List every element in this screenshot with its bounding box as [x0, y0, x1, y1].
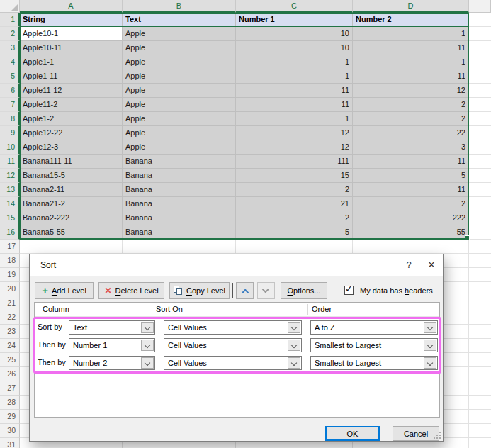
row-header[interactable]: 16 — [0, 225, 20, 240]
dropdown-chevron-icon[interactable] — [141, 340, 154, 351]
move-down-button[interactable] — [257, 282, 275, 299]
cell[interactable]: 11 — [353, 155, 469, 169]
cell[interactable]: Banana — [123, 183, 236, 197]
copy-level-button[interactable]: Copy Level — [169, 282, 230, 299]
cell[interactable]: Apple1-1 — [20, 55, 123, 69]
cell[interactable]: 1 — [236, 55, 353, 69]
resize-grip[interactable] — [439, 437, 441, 439]
cell[interactable]: 2 — [353, 197, 469, 211]
level-sort-on-select[interactable]: Cell Values — [164, 356, 302, 370]
level-sort-on-select[interactable]: Cell Values — [164, 320, 302, 335]
move-up-button[interactable] — [236, 282, 254, 299]
cell[interactable]: Banana — [123, 211, 236, 225]
column-header[interactable]: A — [20, 0, 123, 13]
options-button[interactable]: Options... — [281, 282, 327, 299]
cell[interactable]: 2 — [236, 183, 353, 197]
level-order-select[interactable]: Smallest to Largest — [310, 338, 438, 352]
row-header[interactable]: 3 — [0, 41, 20, 55]
row-header[interactable]: 28 — [0, 396, 20, 410]
cell[interactable]: 12 — [236, 126, 353, 140]
cell[interactable]: Banana5-55 — [20, 225, 123, 240]
cell[interactable]: 5 — [353, 169, 469, 183]
row-header[interactable]: 25 — [0, 353, 20, 367]
row-header[interactable]: 17 — [0, 240, 20, 254]
table-header-cell[interactable]: Text — [123, 13, 236, 27]
cell[interactable]: 10 — [236, 41, 353, 55]
cell[interactable]: 11 — [353, 41, 469, 55]
row-header[interactable]: 13 — [0, 183, 20, 197]
cell[interactable]: 222 — [353, 211, 469, 225]
cancel-button[interactable]: Cancel — [393, 426, 439, 441]
cell[interactable]: 21 — [236, 197, 353, 211]
row-header[interactable]: 7 — [0, 98, 20, 112]
level-order-select[interactable]: Smallest to Largest — [310, 356, 438, 370]
row-header[interactable]: 29 — [0, 410, 20, 424]
dialog-titlebar[interactable]: Sort ? ✕ — [30, 254, 443, 276]
cell[interactable]: Banana2-11 — [20, 183, 123, 197]
dropdown-chevron-icon[interactable] — [141, 357, 154, 369]
cell[interactable]: Apple — [123, 27, 236, 41]
cell[interactable]: Apple — [123, 41, 236, 55]
row-header[interactable]: 1 — [0, 13, 20, 27]
table-header-cell[interactable]: Number 1 — [236, 13, 353, 27]
cell[interactable]: 2 — [236, 211, 353, 225]
cell[interactable]: 2 — [353, 98, 469, 112]
cell[interactable]: Banana — [123, 155, 236, 169]
table-header-cell[interactable]: String — [20, 13, 123, 27]
cell[interactable]: 111 — [236, 155, 353, 169]
cell[interactable]: 2 — [353, 112, 469, 126]
add-level-button[interactable]: + Add Level — [35, 282, 94, 299]
row-header[interactable]: 4 — [0, 55, 20, 69]
cell[interactable]: Banana — [123, 169, 236, 183]
row-header[interactable]: 30 — [0, 424, 20, 438]
cell[interactable]: 10 — [236, 27, 353, 41]
row-header[interactable]: 22 — [0, 310, 20, 325]
row-header[interactable]: 23 — [0, 325, 20, 339]
select-all-corner[interactable] — [0, 0, 20, 13]
cell[interactable]: Apple — [123, 69, 236, 84]
cell[interactable]: Apple10-11 — [20, 41, 123, 55]
row-header[interactable]: 11 — [0, 155, 20, 169]
cell[interactable]: 12 — [353, 84, 469, 98]
row-header[interactable]: 15 — [0, 211, 20, 225]
dropdown-chevron-icon[interactable] — [288, 322, 300, 333]
level-sort-on-select[interactable]: Cell Values — [164, 338, 302, 352]
level-column-select[interactable]: Number 2 — [69, 356, 155, 370]
row-header[interactable]: 10 — [0, 140, 20, 155]
cell[interactable]: 11 — [353, 69, 469, 84]
dropdown-chevron-icon[interactable] — [288, 357, 300, 369]
column-header[interactable]: C — [236, 0, 353, 13]
close-icon[interactable]: ✕ — [422, 257, 441, 273]
row-header[interactable]: 27 — [0, 381, 20, 396]
cell[interactable]: 1 — [353, 27, 469, 41]
cell[interactable]: 11 — [236, 84, 353, 98]
cell[interactable]: 11 — [353, 183, 469, 197]
cell[interactable]: Apple — [123, 98, 236, 112]
cell[interactable]: 12 — [236, 140, 353, 155]
cell[interactable]: Apple12-3 — [20, 140, 123, 155]
row-header[interactable]: 19 — [0, 268, 20, 282]
my-data-has-headers-checkbox[interactable]: ✓ — [344, 286, 354, 295]
table-header-cell[interactable]: Number 2 — [353, 13, 469, 27]
column-header[interactable] — [469, 0, 491, 13]
cell[interactable]: 1 — [353, 55, 469, 69]
delete-level-button[interactable]: ✕ Delete Level — [98, 282, 164, 299]
cell[interactable]: Apple11-12 — [20, 84, 123, 98]
dropdown-chevron-icon[interactable] — [424, 322, 436, 333]
fill-handle[interactable] — [465, 235, 470, 240]
dropdown-chevron-icon[interactable] — [288, 340, 300, 351]
level-order-select[interactable]: A to Z — [310, 320, 438, 335]
row-header[interactable]: 2 — [0, 27, 20, 41]
cell[interactable]: Apple — [123, 55, 236, 69]
cell[interactable]: Banana2-222 — [20, 211, 123, 225]
cell[interactable]: Banana111-11 — [20, 155, 123, 169]
cell[interactable]: Banana21-2 — [20, 197, 123, 211]
row-header[interactable]: 20 — [0, 282, 20, 296]
row-header[interactable]: 5 — [0, 69, 20, 84]
row-header[interactable]: 21 — [0, 296, 20, 310]
row-header[interactable]: 24 — [0, 339, 20, 353]
help-icon[interactable]: ? — [399, 257, 419, 273]
cell[interactable]: Apple — [123, 84, 236, 98]
column-header[interactable]: D — [353, 0, 469, 13]
cell[interactable]: Apple — [123, 140, 236, 155]
